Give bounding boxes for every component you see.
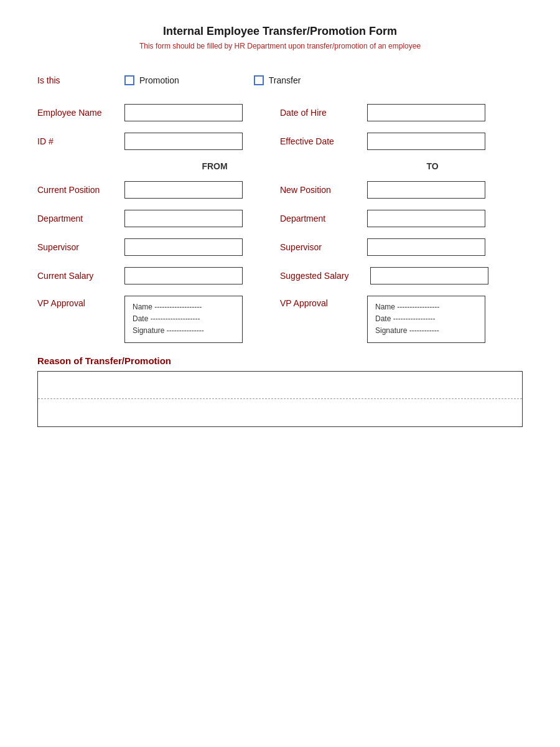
department-from-label: Department <box>37 214 124 223</box>
effective-date-label: Effective Date <box>280 136 367 146</box>
date-of-hire-input[interactable] <box>367 104 485 121</box>
vp-approval-right: VP Approval Name ----------------- Date … <box>280 296 523 343</box>
from-to-header-row: FROM TO <box>37 161 523 171</box>
department-to-label: Department <box>280 214 367 223</box>
vp-approval-right-box: Name ----------------- Date ------------… <box>367 296 485 343</box>
suggested-salary-input[interactable] <box>370 267 488 284</box>
supervisor-to-input[interactable] <box>367 238 485 256</box>
vp-left-name: Name ------------------- <box>133 301 235 313</box>
department-from-input[interactable] <box>124 210 243 227</box>
department-to-input[interactable] <box>367 210 485 227</box>
is-this-label: Is this <box>37 75 87 85</box>
effective-date-input[interactable] <box>367 133 485 150</box>
page-subtitle: This form should be filled by HR Departm… <box>37 42 523 50</box>
new-position-label: New Position <box>280 185 367 195</box>
current-salary-input[interactable] <box>124 267 243 284</box>
supervisor-to-label: Supervisor <box>280 242 367 252</box>
employee-name-input[interactable] <box>124 104 243 121</box>
to-header: TO <box>426 161 438 171</box>
vp-approval-left-box: Name ------------------- Date ----------… <box>124 296 243 343</box>
promotion-label: Promotion <box>139 75 179 85</box>
vp-left-signature: Signature --------------- <box>133 325 235 337</box>
reason-label: Reason of Transfer/Promotion <box>37 355 523 366</box>
suggested-salary-label: Suggested Salary <box>280 271 370 281</box>
vp-approval-left-label: VP Approval <box>37 296 124 308</box>
employee-name-row: Employee Name Date of Hire <box>37 104 523 121</box>
page-title: Internal Employee Transfer/Promotion For… <box>37 25 523 38</box>
department-row: Department Department <box>37 210 523 227</box>
current-position-label: Current Position <box>37 185 124 195</box>
id-input[interactable] <box>124 133 243 150</box>
position-row: Current Position New Position <box>37 181 523 199</box>
vp-approval-right-label: VP Approval <box>280 296 367 308</box>
vp-right-date: Date ----------------- <box>375 313 477 325</box>
vp-approval-section: VP Approval Name ------------------- Dat… <box>37 296 523 343</box>
promotion-checkbox-item[interactable]: Promotion <box>124 75 179 85</box>
reason-box[interactable] <box>37 371 523 427</box>
supervisor-row: Supervisor Supervisor <box>37 238 523 256</box>
vp-right-name: Name ----------------- <box>375 301 477 313</box>
transfer-checkbox[interactable] <box>254 75 264 85</box>
vp-left-date: Date -------------------- <box>133 313 235 325</box>
new-position-input[interactable] <box>367 181 485 199</box>
transfer-label: Transfer <box>269 75 301 85</box>
id-label: ID # <box>37 136 124 146</box>
is-this-row: Is this Promotion Transfer <box>37 75 523 85</box>
current-position-input[interactable] <box>124 181 243 199</box>
supervisor-from-input[interactable] <box>124 238 243 256</box>
supervisor-from-label: Supervisor <box>37 242 124 252</box>
employee-name-label: Employee Name <box>37 108 124 118</box>
reason-section: Reason of Transfer/Promotion <box>37 355 523 427</box>
transfer-checkbox-item[interactable]: Transfer <box>254 75 301 85</box>
date-of-hire-label: Date of Hire <box>280 108 367 118</box>
id-row: ID # Effective Date <box>37 133 523 150</box>
from-header: FROM <box>202 161 227 171</box>
current-salary-label: Current Salary <box>37 271 124 281</box>
promotion-checkbox[interactable] <box>124 75 134 85</box>
vp-approval-left: VP Approval Name ------------------- Dat… <box>37 296 280 343</box>
salary-row: Current Salary Suggested Salary <box>37 267 523 284</box>
vp-right-signature: Signature ------------ <box>375 325 477 337</box>
